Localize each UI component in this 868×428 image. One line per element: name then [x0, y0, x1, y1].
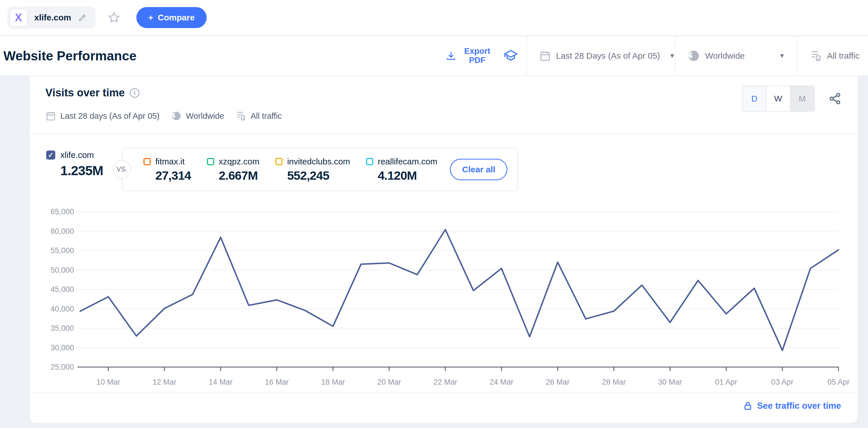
clear-all-button[interactable]: Clear all: [450, 159, 507, 180]
svg-text:50,000: 50,000: [51, 266, 74, 274]
traffic-sources-icon: [236, 111, 246, 121]
competitor-visits: 27,314: [155, 169, 191, 183]
visits-over-time-card: Visits over time i D W M Last 28 days (A…: [30, 76, 858, 423]
country-dropdown[interactable]: Worldwide ▼: [675, 36, 797, 75]
section-geo-filter: Worldwide: [171, 111, 224, 121]
competitor-legend-item: fitmax.it 27,314: [144, 157, 191, 183]
svg-text:22 Mar: 22 Mar: [433, 378, 457, 386]
vs-badge: VS.: [113, 160, 131, 179]
competitors-panel: fitmax.it 27,314 xzqpz.com 2.667M invite…: [122, 148, 518, 191]
svg-text:10 Mar: 10 Mar: [96, 378, 120, 386]
calendar-icon: [539, 50, 551, 62]
svg-text:14 Mar: 14 Mar: [209, 378, 232, 386]
svg-text:35,000: 35,000: [51, 324, 74, 333]
granularity-day-button[interactable]: D: [743, 86, 767, 111]
section-filters: Last 28 days (As of Apr 05) Worldwide Al…: [45, 111, 282, 121]
svg-text:26 Mar: 26 Mar: [546, 378, 569, 386]
svg-text:05 Apr: 05 Apr: [828, 378, 849, 386]
competitor-visits: 552,245: [287, 169, 350, 183]
globe-icon: [171, 111, 182, 121]
competitor-checkbox[interactable]: [144, 158, 151, 165]
svg-text:24 Mar: 24 Mar: [490, 378, 514, 386]
granularity-week-button[interactable]: W: [767, 86, 790, 111]
svg-text:28 Mar: 28 Mar: [602, 378, 626, 386]
calendar-icon: [45, 111, 56, 121]
competitor-legend-item: reallifecam.com 4.120M: [366, 157, 437, 183]
svg-text:01 Apr: 01 Apr: [715, 378, 737, 386]
section-traffic-filter: All traffic: [236, 111, 282, 121]
granularity-toggle: D W M: [742, 86, 815, 112]
site-favicon: X: [9, 8, 28, 27]
section-title: Visits over time: [45, 87, 125, 99]
svg-text:16 Mar: 16 Mar: [265, 378, 288, 386]
top-bar: X xlife.com + Compare: [0, 0, 868, 36]
svg-text:25,000: 25,000: [51, 363, 74, 371]
page-header: Website Performance Export PDF: [0, 36, 868, 76]
competitor-legend-item: xzqpz.com 2.667M: [207, 157, 259, 183]
lock-icon: [743, 401, 753, 411]
traffic-filter-dropdown[interactable]: All traffic: [798, 36, 868, 75]
favorite-star-icon[interactable]: [107, 11, 121, 24]
svg-text:45,000: 45,000: [51, 285, 74, 294]
svg-text:30,000: 30,000: [51, 343, 74, 352]
svg-text:12 Mar: 12 Mar: [153, 378, 176, 386]
academy-icon[interactable]: [501, 36, 527, 75]
svg-text:55,000: 55,000: [51, 246, 74, 255]
chevron-down-icon: ▼: [779, 52, 785, 60]
svg-text:30 Mar: 30 Mar: [658, 378, 682, 386]
svg-text:20 Mar: 20 Mar: [377, 378, 401, 386]
see-traffic-over-time-link[interactable]: See traffic over time: [743, 401, 841, 411]
traffic-sources-icon: [810, 50, 822, 62]
granularity-month-button[interactable]: M: [790, 86, 814, 111]
domain-name: xlife.com: [34, 13, 71, 22]
compare-button[interactable]: + Compare: [136, 7, 207, 28]
edit-domain-icon[interactable]: [78, 13, 87, 22]
page-title: Website Performance: [0, 48, 136, 63]
primary-site-checkbox[interactable]: ✓: [46, 151, 55, 160]
divider: [30, 133, 858, 134]
primary-site-visits: 1.235M: [60, 163, 103, 178]
section-date-filter: Last 28 days (As of Apr 05): [45, 111, 160, 121]
download-icon: [445, 51, 456, 61]
info-icon[interactable]: i: [130, 88, 140, 98]
svg-text:60,000: 60,000: [51, 227, 74, 236]
competitor-legend-item: invitedclubs.com 552,245: [275, 157, 350, 183]
divider: [30, 392, 858, 393]
competitor-checkbox[interactable]: [275, 158, 283, 165]
share-icon[interactable]: [828, 92, 842, 105]
primary-site-legend: ✓ xlife.com 1.235M: [46, 150, 103, 178]
competitor-visits: 4.120M: [378, 169, 437, 183]
svg-text:65,000: 65,000: [51, 208, 74, 216]
globe-icon: [687, 49, 700, 62]
plus-icon: +: [148, 13, 153, 22]
competitor-checkbox[interactable]: [366, 158, 373, 165]
export-pdf-button[interactable]: Export PDF: [434, 36, 501, 75]
visits-line-chart[interactable]: 25,00030,00035,00040,00045,00050,00055,0…: [41, 198, 858, 391]
svg-text:40,000: 40,000: [51, 305, 74, 313]
date-range-dropdown[interactable]: Last 28 Days (As of Apr 05) ▼: [527, 36, 675, 75]
selected-domain-pill[interactable]: X xlife.com: [7, 6, 96, 29]
competitor-checkbox[interactable]: [207, 158, 214, 165]
competitor-visits: 2.667M: [219, 169, 259, 183]
svg-text:18 Mar: 18 Mar: [321, 378, 345, 386]
svg-text:03 Apr: 03 Apr: [771, 378, 794, 386]
